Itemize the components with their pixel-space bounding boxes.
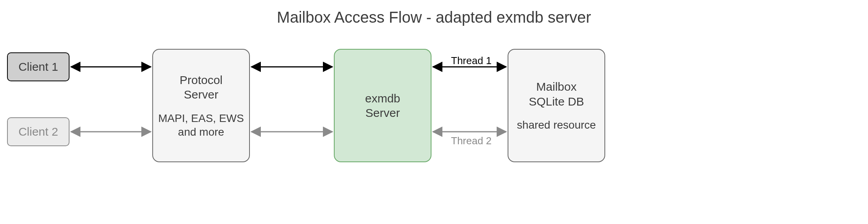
exmdb-line2: Server [365, 106, 400, 120]
diagram-stage: Mailbox Access Flow - adapted exmdb serv… [0, 0, 868, 224]
node-mailbox-db: Mailbox SQLite DB shared resource [508, 49, 605, 162]
mailbox-line2: SQLite DB [529, 94, 584, 109]
node-client1-label: Client 1 [18, 59, 58, 74]
edge-label-thread2: Thread 2 [451, 135, 492, 147]
node-client2-label: Client 2 [18, 124, 58, 139]
node-client2: Client 2 [7, 117, 70, 146]
node-protocol-server: Protocol Server MAPI, EAS, EWS and more [152, 49, 250, 162]
connectors-layer [0, 0, 868, 224]
protocol-sub2: and more [178, 125, 224, 139]
node-exmdb-server: exmdb Server [334, 49, 431, 162]
node-client1: Client 1 [7, 52, 70, 81]
protocol-sub1: MAPI, EAS, EWS [158, 111, 244, 125]
mailbox-line1: Mailbox [536, 79, 576, 94]
protocol-line2: Server [184, 87, 218, 102]
mailbox-sub1: shared resource [517, 118, 596, 132]
diagram-title: Mailbox Access Flow - adapted exmdb serv… [0, 9, 868, 26]
edge-label-thread1: Thread 1 [451, 55, 492, 67]
exmdb-line1: exmdb [365, 91, 400, 106]
protocol-line1: Protocol [180, 73, 223, 88]
